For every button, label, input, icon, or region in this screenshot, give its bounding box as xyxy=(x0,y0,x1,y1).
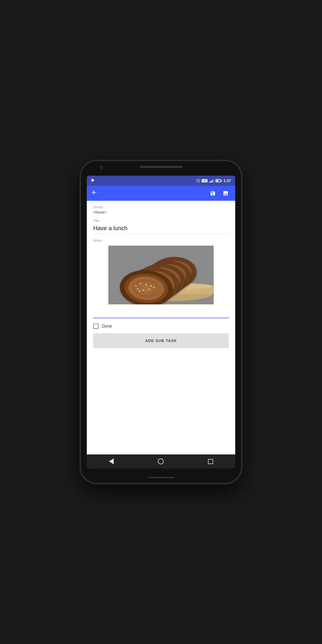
title-label: Title xyxy=(93,219,229,223)
home-nav-icon xyxy=(158,458,164,464)
image-icon xyxy=(223,190,229,196)
back-arrow-icon xyxy=(91,189,97,196)
title-input[interactable] xyxy=(93,225,229,234)
app-bar-actions xyxy=(207,188,231,199)
content-area: Group <None> Title Notes xyxy=(87,201,235,454)
save-icon xyxy=(210,190,216,196)
signal-icon xyxy=(209,179,214,183)
status-time: 1:37 xyxy=(223,179,231,183)
battery-icon: ⚡ xyxy=(215,179,222,182)
bread-image-container xyxy=(93,246,229,304)
bottom-nav xyxy=(87,454,235,468)
back-button[interactable] xyxy=(89,187,100,199)
group-value[interactable]: <None> xyxy=(93,210,229,214)
done-checkbox[interactable] xyxy=(93,324,99,329)
notes-textarea[interactable] xyxy=(93,309,229,318)
app-bar xyxy=(87,186,235,201)
lte-badge: LTE xyxy=(202,179,207,182)
home-nav-button[interactable] xyxy=(152,456,169,466)
notes-label: Notes xyxy=(93,238,229,242)
play-store-icon xyxy=(91,178,95,183)
back-nav-icon xyxy=(109,458,114,464)
recents-nav-button[interactable] xyxy=(203,457,218,466)
bread-image xyxy=(93,246,229,304)
phone-screen: LTE ⚡ 1:37 xyxy=(87,176,235,468)
dnd-icon xyxy=(196,179,200,183)
back-nav-button[interactable] xyxy=(104,456,119,466)
recents-nav-icon xyxy=(208,459,213,464)
status-left xyxy=(91,178,95,183)
save-button[interactable] xyxy=(207,188,218,199)
status-bar: LTE ⚡ 1:37 xyxy=(87,176,235,186)
group-label: Group xyxy=(93,205,229,209)
front-camera xyxy=(100,166,103,170)
image-button[interactable] xyxy=(220,188,231,199)
phone-bottom-bar xyxy=(148,477,174,478)
status-right: LTE ⚡ 1:37 xyxy=(196,179,231,183)
bread-illustration xyxy=(93,246,229,304)
done-label: Done xyxy=(102,324,112,329)
add-sub-task-button[interactable]: ADD SUB TASK xyxy=(93,333,229,348)
phone-frame: LTE ⚡ 1:37 xyxy=(81,161,241,483)
done-row: Done xyxy=(93,324,229,329)
